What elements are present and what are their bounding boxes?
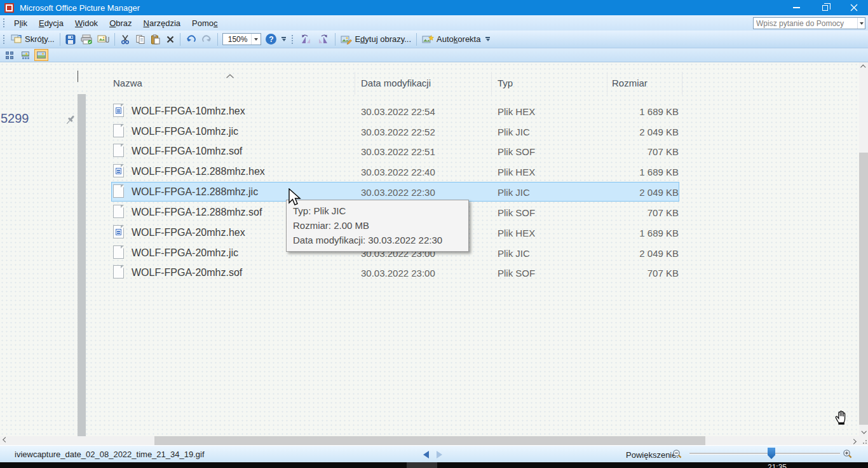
taskbar-clock-partial: 21:35 xyxy=(768,463,787,468)
toolbar-drag-handle[interactable] xyxy=(3,34,5,45)
delete-icon xyxy=(166,35,175,44)
toolbar-overflow-button[interactable] xyxy=(279,37,288,41)
zoom-out-icon[interactable] xyxy=(672,449,682,462)
vertical-scroll-thumb[interactable] xyxy=(859,153,868,425)
rotate-right-button[interactable] xyxy=(315,32,332,47)
zoom-combo[interactable]: 150% xyxy=(222,33,262,45)
pan-hand-cursor xyxy=(834,409,849,428)
tooltip-type: Typ: Plik JIC xyxy=(293,203,462,218)
paste-button[interactable] xyxy=(148,32,163,47)
edit-pictures-button[interactable]: Edytuj obrazy... xyxy=(338,32,414,47)
help-search-dropdown[interactable] xyxy=(857,18,865,29)
file-icon xyxy=(113,245,124,259)
rotate-left-button[interactable] xyxy=(297,32,315,47)
menu-edycja[interactable]: Edycja xyxy=(33,17,69,30)
zoom-slider-track[interactable] xyxy=(689,453,840,455)
scroll-right-button[interactable] xyxy=(850,436,859,445)
scroll-left-button[interactable] xyxy=(0,436,9,445)
horizontal-scrollbar[interactable] xyxy=(0,436,859,445)
hex-file-icon xyxy=(113,104,124,117)
undo-button[interactable] xyxy=(183,32,199,47)
scroll-down-button[interactable] xyxy=(859,427,868,436)
scroll-up-button[interactable] xyxy=(859,62,868,71)
picture-canvas[interactable]: 5299 Nazwa Data modyfikacji Typ Rozmiar … xyxy=(0,62,859,436)
file-row[interactable]: WOLF-FPGA-12.288mhz.hex 30.03.2022 22:40… xyxy=(95,162,683,181)
thumbnail-view-icon xyxy=(6,52,13,59)
help-search-input[interactable] xyxy=(754,19,857,28)
save-button[interactable] xyxy=(63,32,78,47)
menu-pomoc[interactable]: Pomoc xyxy=(186,17,223,30)
restore-icon xyxy=(822,5,828,11)
copy-icon xyxy=(135,34,146,45)
next-picture-button[interactable] xyxy=(437,451,442,458)
cut-button[interactable] xyxy=(118,32,133,47)
file-icon xyxy=(113,205,124,218)
app-icon xyxy=(4,3,14,13)
file-info-tooltip: Typ: Plik JIC Rozmiar: 2.00 MB Data mody… xyxy=(286,200,469,252)
zoom-in-icon[interactable] xyxy=(843,449,853,462)
menu-narzedzia[interactable]: Narzędzia xyxy=(138,17,187,30)
menu-widok[interactable]: Widok xyxy=(69,17,104,30)
shortcuts-button[interactable]: Skróty... xyxy=(8,32,57,47)
previous-picture-button[interactable] xyxy=(423,451,429,458)
file-row-selected[interactable]: WOLF-FPGA-12.288mhz.jic 30.03.2022 22:30… xyxy=(95,182,683,202)
column-header-name: Nazwa xyxy=(113,78,142,88)
format-toolbar-overflow-button[interactable] xyxy=(483,37,492,41)
column-header-modified: Data modyfikacji xyxy=(361,78,431,88)
close-button[interactable] xyxy=(839,0,868,15)
hex-file-icon xyxy=(113,164,124,177)
single-picture-view-icon xyxy=(37,52,46,59)
zoom-dropdown[interactable] xyxy=(251,34,261,45)
column-header-type: Typ xyxy=(498,78,513,88)
format-toolbar-drag-handle[interactable] xyxy=(291,34,294,45)
horizontal-scroll-thumb[interactable] xyxy=(154,436,705,445)
image-inner-scrollbar xyxy=(77,69,86,436)
delete-button[interactable] xyxy=(163,32,177,47)
chevron-down-icon xyxy=(254,38,258,41)
single-picture-view-button[interactable] xyxy=(34,49,48,61)
minimize-button[interactable] xyxy=(782,0,811,15)
picture-manager-window: Microsoft Office Picture Manager Plik Ed… xyxy=(0,0,868,468)
help-button[interactable]: ? xyxy=(266,34,276,45)
print-button[interactable] xyxy=(78,32,95,47)
vertical-scrollbar[interactable] xyxy=(859,62,868,436)
restore-button[interactable] xyxy=(811,0,839,15)
filmstrip-view-icon xyxy=(22,52,29,59)
autocorrect-button[interactable]: Autokorekta xyxy=(419,32,483,47)
rotate-left-icon xyxy=(299,34,312,45)
mouse-cursor-arrow xyxy=(287,188,301,210)
menubar: Plik Edycja Widok Obraz Narzędzia Pomoc xyxy=(0,15,868,31)
send-picture-button[interactable] xyxy=(95,32,112,47)
file-row[interactable]: WOLF-FPGA-20mhz.sof 30.03.2022 23:00 Pli… xyxy=(95,263,683,282)
minimize-icon xyxy=(793,7,800,8)
titlebar: Microsoft Office Picture Manager xyxy=(0,0,868,15)
print-icon xyxy=(81,34,92,45)
toolbar: Skróty... 150% ? xyxy=(0,31,868,48)
image-scroll-thumb xyxy=(78,94,86,436)
menu-obraz[interactable]: Obraz xyxy=(104,17,137,30)
redo-button[interactable] xyxy=(199,32,215,47)
file-row[interactable]: WOLF-FPGA-10mhz.hex 30.03.2022 22:54 Pli… xyxy=(95,101,683,121)
redo-icon xyxy=(201,34,212,44)
autocorrect-icon xyxy=(422,34,434,45)
pushpin-icon xyxy=(63,113,77,130)
cut-icon xyxy=(120,34,130,45)
copy-button[interactable] xyxy=(133,32,148,47)
filmstrip-view-button[interactable] xyxy=(18,49,32,61)
file-icon xyxy=(113,265,124,279)
file-row[interactable]: WOLF-FPGA-10mhz.jic 30.03.2022 22:52 Pli… xyxy=(95,121,683,141)
thumbnail-view-button[interactable] xyxy=(3,49,17,61)
file-icon xyxy=(113,144,124,157)
sort-ascending-icon xyxy=(226,70,234,81)
shortcuts-icon xyxy=(11,34,22,44)
help-search-box[interactable] xyxy=(753,17,865,29)
file-row[interactable]: WOLF-FPGA-10mhz.sof 30.03.2022 22:51 Pli… xyxy=(95,141,683,161)
mail-attachment-icon xyxy=(97,34,109,44)
edit-pictures-icon xyxy=(341,34,352,45)
column-header-size: Rozmiar xyxy=(612,78,648,88)
current-filename: iviewcapture_date_02_08_2022_time_21_34_… xyxy=(15,450,205,459)
undo-icon xyxy=(186,34,196,44)
menu-plik[interactable]: Plik xyxy=(8,17,33,30)
partial-number-text: 5299 xyxy=(1,111,29,126)
menubar-drag-handle[interactable] xyxy=(3,18,5,28)
